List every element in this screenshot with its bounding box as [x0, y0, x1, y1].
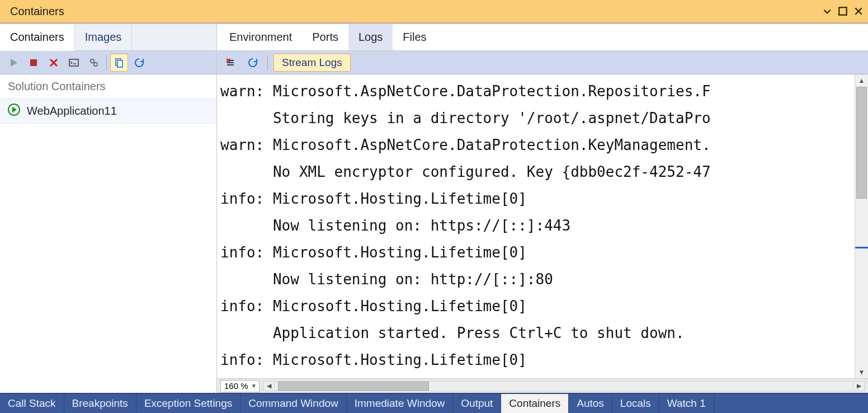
refresh-icon[interactable]: [130, 54, 148, 72]
window-tab-containers[interactable]: Containers: [501, 394, 569, 413]
refresh-log-icon[interactable]: [244, 54, 262, 72]
right-tab-strip: Environment Ports Logs Files: [217, 24, 868, 51]
tab-ports[interactable]: Ports: [302, 24, 348, 50]
tab-environment[interactable]: Environment: [219, 24, 302, 50]
right-panel: Environment Ports Logs Files Stream Logs…: [217, 24, 868, 393]
left-tab-strip: Containers Images: [0, 24, 216, 51]
container-item-label: WebApplication11: [27, 105, 117, 118]
window-tab-exception-settings[interactable]: Exception Settings: [136, 394, 240, 413]
zoom-bar: 160 % ▼ ◀ ▶: [217, 378, 868, 393]
window-tab-watch-1[interactable]: Watch 1: [659, 394, 714, 413]
tab-files[interactable]: Files: [393, 24, 436, 50]
start-icon[interactable]: [4, 54, 22, 72]
hscroll-thumb[interactable]: [278, 382, 429, 391]
copy-icon[interactable]: [110, 54, 128, 72]
window-tab-command-window[interactable]: Command Window: [240, 394, 347, 413]
toolbar-separator: [267, 55, 268, 70]
section-header: Solution Containers: [0, 74, 216, 99]
log-output[interactable]: warn: Microsoft.AspNetCore.DataProtectio…: [217, 74, 855, 378]
scroll-thumb[interactable]: [856, 87, 867, 199]
left-panel: Containers Images: [0, 24, 217, 393]
settings-icon[interactable]: [85, 54, 103, 72]
scroll-left-icon[interactable]: ◀: [263, 382, 275, 389]
scroll-marker: [855, 247, 868, 248]
svg-point-3: [91, 59, 94, 62]
close-icon[interactable]: [853, 6, 864, 16]
window-options-icon[interactable]: [822, 6, 832, 16]
svg-rect-1: [30, 59, 37, 66]
chevron-down-icon: ▼: [251, 383, 257, 389]
svg-rect-6: [117, 60, 122, 67]
zoom-select[interactable]: 160 % ▼: [220, 380, 260, 392]
running-icon: [8, 104, 20, 119]
toolbar-separator: [106, 55, 107, 70]
tab-logs[interactable]: Logs: [348, 24, 393, 50]
right-toolbar: Stream Logs: [217, 51, 868, 74]
svg-point-4: [94, 62, 97, 65]
terminal-icon[interactable]: [65, 54, 83, 72]
scroll-down-icon[interactable]: ▼: [855, 366, 868, 378]
window-tab-strip: Call StackBreakpointsException SettingsC…: [0, 393, 868, 413]
window-title: Containers: [10, 5, 64, 18]
stream-logs-button[interactable]: Stream Logs: [273, 54, 351, 72]
tab-containers[interactable]: Containers: [0, 24, 75, 51]
zoom-value: 160 %: [224, 381, 248, 391]
stop-icon[interactable]: [25, 54, 43, 72]
window-tab-locals[interactable]: Locals: [612, 394, 659, 413]
svg-rect-2: [69, 59, 78, 66]
left-toolbar: [0, 51, 216, 74]
container-item[interactable]: WebApplication11: [0, 99, 216, 124]
window-tab-immediate-window[interactable]: Immediate Window: [347, 394, 454, 413]
vertical-scrollbar[interactable]: ▲ ▼: [855, 74, 868, 378]
delete-icon[interactable]: [45, 54, 63, 72]
maximize-icon[interactable]: [838, 6, 848, 16]
scroll-right-icon[interactable]: ▶: [853, 382, 864, 389]
window-tab-autos[interactable]: Autos: [569, 394, 612, 413]
svg-rect-0: [839, 7, 847, 15]
window-titlebar: Containers: [0, 0, 868, 23]
clear-log-icon[interactable]: [221, 54, 239, 72]
tab-images[interactable]: Images: [75, 24, 133, 50]
window-tab-breakpoints[interactable]: Breakpoints: [64, 394, 136, 413]
window-tab-call-stack[interactable]: Call Stack: [0, 394, 64, 413]
scroll-up-icon[interactable]: ▲: [855, 74, 868, 87]
horizontal-scrollbar[interactable]: ◀ ▶: [263, 381, 865, 391]
window-tab-output[interactable]: Output: [453, 394, 501, 413]
